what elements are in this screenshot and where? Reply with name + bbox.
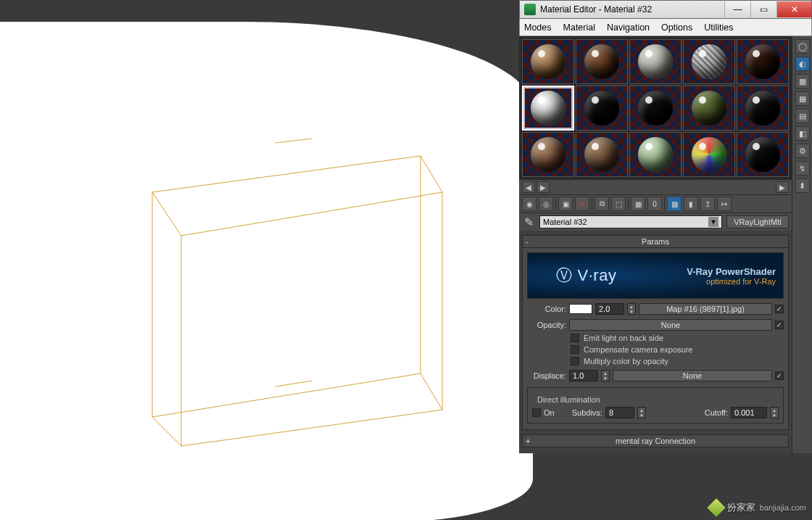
make-copy-icon[interactable]: ⧉ <box>594 197 609 211</box>
rollout-title: Params <box>642 237 669 246</box>
direct-illumination-group: Direct illumination On Subdivs: ▲▼ Cutof… <box>527 387 784 424</box>
select-by-material-icon[interactable]: ↯ <box>795 161 810 176</box>
sample-tools-column: ◯ ◐ ▩ ▦ ▤ ◧ ⚙ ↯ ⬍ <box>792 36 812 453</box>
sample-slot[interactable] <box>683 132 735 177</box>
multiply-opacity-checkbox[interactable] <box>571 357 579 366</box>
menu-options[interactable]: Options <box>661 22 692 33</box>
displace-spinner-buttons[interactable]: ▲▼ <box>601 370 610 381</box>
menu-navigation[interactable]: Navigation <box>607 22 650 33</box>
assign-to-selection-icon[interactable]: ▣ <box>558 197 573 211</box>
watermark-text: 扮家家 <box>727 501 755 514</box>
emit-back-checkbox[interactable] <box>571 334 579 342</box>
go-forward-icon[interactable]: ↦ <box>717 197 732 211</box>
color-swatch[interactable] <box>569 304 592 314</box>
displace-spinner[interactable] <box>569 370 598 381</box>
compensate-exposure-checkbox[interactable] <box>571 345 579 354</box>
sample-uv-icon[interactable]: ▦ <box>795 91 810 106</box>
watermark-url: banjiajia.com <box>760 503 806 512</box>
put-to-scene-icon[interactable]: ◎ <box>539 197 553 211</box>
separator <box>592 197 592 211</box>
menu-modes[interactable]: Modes <box>524 22 552 33</box>
backlight-icon[interactable]: ◐ <box>795 57 810 71</box>
material-name-bar: ✎ Material #32 ▼ VRayLightMtl <box>519 213 792 231</box>
multiplier-spinner-buttons[interactable]: ▲▼ <box>627 303 636 315</box>
close-button[interactable]: ✕ <box>776 1 811 17</box>
get-material-icon[interactable]: ◉ <box>522 197 536 211</box>
cutoff-spinner-buttons[interactable]: ▲▼ <box>770 407 779 418</box>
sample-slot[interactable] <box>737 86 789 131</box>
color-label: Color: <box>527 305 566 313</box>
expand-icon: + <box>526 437 530 445</box>
sample-slot[interactable] <box>629 39 682 84</box>
title-bar[interactable]: Material Editor - Material #32 — ▭ ✕ <box>519 0 812 19</box>
multiplier-spinner[interactable] <box>595 303 624 315</box>
menu-material[interactable]: Material <box>563 22 595 33</box>
watermark-logo-icon <box>707 498 725 516</box>
sample-slot[interactable] <box>576 86 628 131</box>
rollout-title-mentalray: mental ray Connection <box>616 437 695 445</box>
opacity-label: Opacity: <box>527 321 566 329</box>
show-end-result-icon[interactable]: ▮ <box>684 197 698 211</box>
sample-slot[interactable] <box>576 132 628 177</box>
make-preview-icon[interactable]: ◧ <box>795 126 810 141</box>
name-dropdown-icon[interactable]: ▼ <box>708 217 718 227</box>
subdivs-spinner-buttons[interactable]: ▲▼ <box>637 407 646 418</box>
sample-slot[interactable] <box>576 39 628 84</box>
maximize-button[interactable]: ▭ <box>750 1 776 17</box>
menu-utilities[interactable]: Utilities <box>704 22 733 33</box>
sample-slot[interactable] <box>522 132 574 177</box>
sample-slot[interactable] <box>629 132 682 177</box>
watermark: 扮家家 banjiajia.com <box>710 501 806 514</box>
separator <box>664 197 665 211</box>
color-map-enable-checkbox[interactable] <box>775 305 784 313</box>
sample-slot[interactable] <box>683 39 735 84</box>
material-type-button[interactable]: VRayLightMtl <box>726 215 789 228</box>
sample-slot[interactable] <box>522 86 574 131</box>
material-name-field[interactable]: Material #32 ▼ <box>539 215 722 228</box>
go-to-parent-icon[interactable]: ↥ <box>700 197 715 211</box>
on-checkbox[interactable] <box>532 408 541 417</box>
scroll-left-button[interactable]: ◀ <box>522 181 535 193</box>
vray-line2: optimized for V-Ray <box>706 277 776 286</box>
opacity-map-enable-checkbox[interactable] <box>775 321 784 329</box>
make-unique-icon[interactable]: ⬚ <box>611 197 626 211</box>
rollout-header-mentalray[interactable]: + mental ray Connection <box>522 434 789 447</box>
video-color-icon[interactable]: ▤ <box>795 109 810 123</box>
material-editor-window: Material Editor - Material #32 — ▭ ✕ Mod… <box>519 0 812 453</box>
opacity-map-button[interactable]: None <box>569 319 772 331</box>
cutoff-spinner[interactable] <box>731 407 767 418</box>
vray-banner: Ⓥ V·ray V-Ray PowerShader optimized for … <box>527 252 784 299</box>
sample-scroll-row: ◀ ▶ ▶ <box>519 180 792 194</box>
scroll-end-button[interactable]: ▶ <box>776 181 789 193</box>
background-icon[interactable]: ▩ <box>795 74 810 88</box>
rollout-header-params[interactable]: - Params <box>522 235 789 248</box>
rollout-params: - Params Ⓥ V·ray V-Ray PowerShader optim… <box>522 235 789 430</box>
minimize-button[interactable]: — <box>724 1 750 17</box>
pick-material-icon[interactable]: ✎ <box>522 215 535 228</box>
color-map-button[interactable]: Map #16 (9897[1].jpg) <box>639 303 772 315</box>
displace-map-button[interactable]: None <box>613 370 772 381</box>
material-toolbar: ◉ ◎ ▣ ✕ ⧉ ⬚ ▦ 0 ▩ ▮ ↥ ↦ <box>519 194 792 213</box>
sample-slot[interactable] <box>522 39 574 84</box>
sample-slot[interactable] <box>737 39 789 84</box>
options-icon[interactable]: ⚙ <box>795 144 810 158</box>
vray-logo: Ⓥ V·ray <box>528 265 645 286</box>
separator <box>628 197 629 211</box>
sample-slot[interactable] <box>629 86 682 131</box>
subdivs-spinner[interactable] <box>605 407 634 418</box>
app-icon <box>524 4 536 15</box>
sample-type-icon[interactable]: ◯ <box>795 39 810 54</box>
show-map-in-viewport-icon[interactable]: ▩ <box>667 197 682 211</box>
material-id-icon[interactable]: 0 <box>647 197 662 211</box>
reset-material-icon[interactable]: ✕ <box>575 197 589 211</box>
material-map-navigator-icon[interactable]: ⬍ <box>795 178 810 193</box>
window-title: Material Editor - Material #32 <box>540 4 724 15</box>
sample-slot-grid <box>519 36 792 180</box>
vray-line1: V-Ray PowerShader <box>687 266 776 277</box>
scroll-right-button[interactable]: ▶ <box>536 181 550 193</box>
separator <box>555 197 556 211</box>
put-to-library-icon[interactable]: ▦ <box>631 197 645 211</box>
sample-slot[interactable] <box>737 132 789 177</box>
sample-slot[interactable] <box>683 86 735 131</box>
displace-map-enable-checkbox[interactable] <box>775 371 784 380</box>
